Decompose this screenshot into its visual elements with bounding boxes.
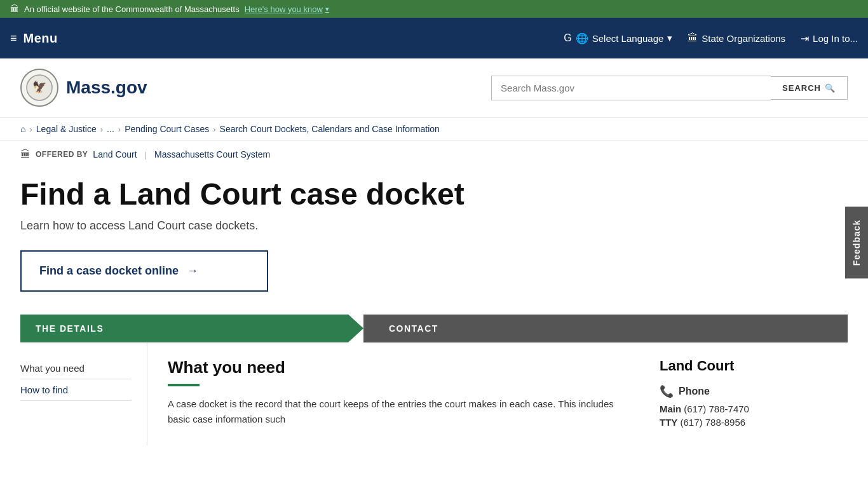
official-text: An official website of the Commonwealth … xyxy=(24,4,240,14)
globe-icon: 🌐 xyxy=(576,32,588,44)
main-content: Find a Land Court case docket Learn how … xyxy=(0,168,868,461)
breadcrumb-separator-2: › xyxy=(118,125,121,134)
site-header: 🦅 Mass.gov SEARCH 🔍 xyxy=(0,58,868,118)
chevron-down-icon: ▾ xyxy=(325,5,329,13)
contact-phone-heading: 📞 Phone xyxy=(660,384,848,398)
main-body: What you need A case docket is the recor… xyxy=(147,342,644,445)
breadcrumb-pending-court-cases[interactable]: Pending Court Cases xyxy=(125,124,209,134)
select-language-button[interactable]: G 🌐 Select Language ▾ xyxy=(564,32,672,44)
logo-text: Mass.gov xyxy=(66,78,147,98)
hamburger-icon: ≡ xyxy=(10,32,17,45)
contact-main-phone: Main (617) 788-7470 xyxy=(660,403,848,414)
section-heading: What you need xyxy=(168,358,624,377)
search-area: SEARCH 🔍 xyxy=(491,76,848,100)
land-court-link[interactable]: Land Court xyxy=(93,149,137,159)
breadcrumb-separator-3: › xyxy=(213,125,215,134)
breadcrumb: ⌂ › Legal & Justice › ... › Pending Cour… xyxy=(0,118,868,141)
offered-by-label: OFFERED BY xyxy=(36,150,88,159)
nav-right: G 🌐 Select Language ▾ 🏛 State Organizati… xyxy=(564,32,858,44)
login-label: Log In to... xyxy=(813,33,858,44)
state-orgs-label: State Organizations xyxy=(702,33,785,44)
body-text: A case docket is the record that the cou… xyxy=(168,396,624,427)
menu-button[interactable]: ≡ Menu xyxy=(10,31,58,46)
feedback-wrapper: Feedback xyxy=(845,207,868,281)
menu-label: Menu xyxy=(24,31,58,46)
left-sidebar: What you need How to find xyxy=(20,342,147,445)
feedback-button[interactable]: Feedback xyxy=(845,207,868,279)
sidebar-item-what-you-need[interactable]: What you need xyxy=(20,358,132,379)
offered-by: 🏛 OFFERED BY Land Court | Massachusetts … xyxy=(0,141,868,168)
section-heading-underline xyxy=(168,384,200,386)
search-button[interactable]: SEARCH 🔍 xyxy=(771,76,848,100)
cta-arrow-icon: → xyxy=(187,264,198,277)
contact-phone-label: Phone xyxy=(679,386,710,397)
seal-svg: 🦅 xyxy=(25,74,53,102)
translate-icon: G xyxy=(564,32,571,44)
breadcrumb-separator-1: › xyxy=(100,125,103,134)
phone-icon: 📞 xyxy=(660,384,674,398)
contact-title: Land Court xyxy=(660,358,848,374)
svg-text:🦅: 🦅 xyxy=(32,80,47,94)
login-icon: ⇥ xyxy=(801,32,809,44)
logo-area[interactable]: 🦅 Mass.gov xyxy=(20,69,147,107)
language-chevron-icon: ▾ xyxy=(667,32,672,44)
building-icon: 🏛 xyxy=(688,32,698,44)
cta-button[interactable]: Find a case docket online → xyxy=(20,250,268,292)
login-button[interactable]: ⇥ Log In to... xyxy=(801,32,858,44)
heres-how-button[interactable]: Here's how you know ▾ xyxy=(245,4,329,14)
mass-seal: 🦅 xyxy=(20,69,58,107)
contact-tty-phone: TTY (617) 788-8956 xyxy=(660,417,848,428)
sidebar-item-how-to-find[interactable]: How to find xyxy=(20,379,132,401)
how-to-find-link[interactable]: How to find xyxy=(20,384,68,395)
breadcrumb-legal-justice[interactable]: Legal & Justice xyxy=(36,124,97,134)
tabs-section: THE DETAILS CONTACT xyxy=(20,315,848,342)
contact-section: Land Court 📞 Phone Main (617) 788-7470 T… xyxy=(660,358,848,428)
seal-icon: 🏛 xyxy=(10,4,19,14)
page-title: Find a Land Court case docket xyxy=(20,178,848,212)
org-icon: 🏛 xyxy=(20,149,31,160)
breadcrumb-ellipsis[interactable]: ... xyxy=(107,124,114,134)
cta-button-label: Find a case docket online xyxy=(39,264,179,277)
breadcrumb-current-page[interactable]: Search Court Dockets, Calendars and Case… xyxy=(220,124,440,134)
search-icon: 🔍 xyxy=(825,83,836,93)
org-divider: | xyxy=(145,150,147,159)
tab-details[interactable]: THE DETAILS xyxy=(20,315,363,342)
content-layout: What you need How to find What you need … xyxy=(20,342,848,445)
breadcrumb-home[interactable]: ⌂ xyxy=(20,124,25,134)
select-language-label: Select Language xyxy=(592,33,664,44)
state-orgs-button[interactable]: 🏛 State Organizations xyxy=(688,32,785,44)
mass-court-system-link[interactable]: Massachusetts Court System xyxy=(154,149,270,159)
right-sidebar: Land Court 📞 Phone Main (617) 788-7470 T… xyxy=(644,342,848,445)
search-input[interactable] xyxy=(491,76,771,100)
search-button-label: SEARCH xyxy=(782,83,821,93)
breadcrumb-separator-0: › xyxy=(29,125,32,134)
top-banner: 🏛 An official website of the Commonwealt… xyxy=(0,0,868,18)
nav-bar: ≡ Menu G 🌐 Select Language ▾ 🏛 State Org… xyxy=(0,18,868,58)
page-subtitle: Learn how to access Land Court case dock… xyxy=(20,219,848,233)
home-icon: ⌂ xyxy=(20,124,25,134)
tab-contact[interactable]: CONTACT xyxy=(363,315,848,342)
